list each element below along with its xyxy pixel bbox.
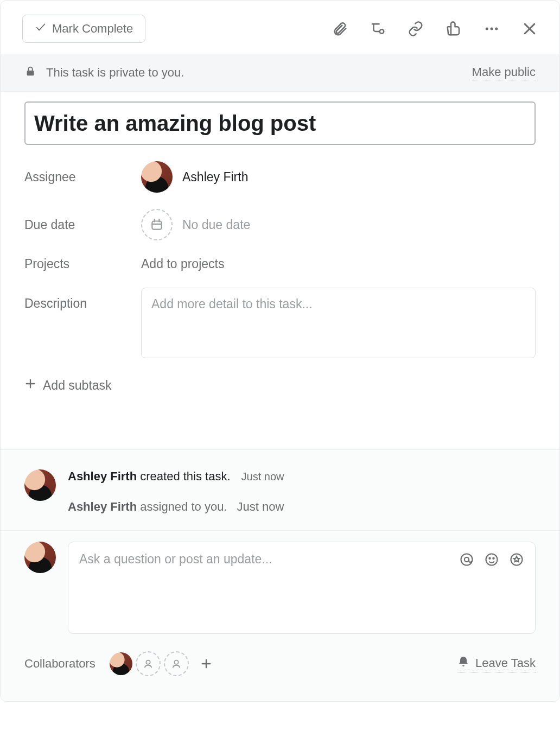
comment-icons <box>459 552 524 567</box>
comment-area: Ask a question or post an update... <box>1 530 559 634</box>
check-icon <box>35 21 47 36</box>
description-placeholder: Add more detail to this task... <box>151 297 313 311</box>
duedate-row: Due date No due date <box>24 209 536 240</box>
assignee-label: Assignee <box>24 170 141 185</box>
privacy-strip: This task is private to you. Make public <box>1 54 559 92</box>
svg-point-14 <box>464 557 469 562</box>
emoji-icon[interactable] <box>484 552 499 567</box>
svg-point-17 <box>493 558 494 559</box>
avatar <box>24 469 56 501</box>
activity-assigned-ts: Just now <box>237 500 284 514</box>
mark-complete-label: Mark Complete <box>52 22 133 36</box>
activity-assigned-name: Ashley Firth <box>68 500 137 513</box>
leave-task-label: Leave Task <box>475 656 536 670</box>
svg-point-19 <box>146 660 150 664</box>
svg-point-13 <box>461 554 473 566</box>
mark-complete-button[interactable]: Mark Complete <box>22 15 145 43</box>
assignee-value[interactable]: Ashley Firth <box>141 161 536 193</box>
svg-point-0 <box>380 29 384 34</box>
task-title-input[interactable] <box>24 101 536 145</box>
activity-section: Ashley Firth created this task. Just now… <box>1 449 559 530</box>
avatar[interactable] <box>110 652 132 675</box>
projects-row: Projects Add to projects <box>24 257 536 271</box>
make-public-link[interactable]: Make public <box>472 65 536 80</box>
projects-label: Projects <box>24 257 141 271</box>
projects-text: Add to projects <box>141 257 224 271</box>
mention-icon[interactable] <box>459 552 474 567</box>
task-toolbar: Mark Complete <box>1 1 559 54</box>
toolbar-actions <box>332 21 538 37</box>
task-body: Assignee Ashley Firth Due date No due da… <box>1 92 559 449</box>
duedate-value[interactable]: No due date <box>141 209 536 240</box>
collaborators-label: Collaborators <box>24 657 96 671</box>
svg-rect-6 <box>27 71 34 75</box>
svg-point-15 <box>486 554 498 566</box>
like-icon[interactable] <box>446 21 462 37</box>
projects-value[interactable]: Add to projects <box>141 257 536 271</box>
activity-created-suffix: created this task. <box>137 469 230 483</box>
avatar <box>141 161 173 193</box>
add-collaborator-slot[interactable] <box>136 651 161 676</box>
svg-point-1 <box>486 28 488 30</box>
assignee-name: Ashley Firth <box>182 170 248 185</box>
activity-assigned: Ashley Firth assigned to you. Just now <box>68 500 536 514</box>
task-footer: Collaborators Leave Task <box>1 634 559 701</box>
collaborators-section: Collaborators <box>24 651 215 676</box>
collaborators-stack <box>110 651 215 676</box>
svg-point-20 <box>174 660 178 664</box>
add-subtask-button[interactable]: Add subtask <box>24 378 112 393</box>
activity-created-ts: Just now <box>241 471 284 483</box>
calendar-icon <box>141 209 173 240</box>
comment-input[interactable]: Ask a question or post an update... <box>68 542 536 634</box>
activity-creator-name: Ashley Firth <box>68 469 137 483</box>
star-icon[interactable] <box>509 552 524 567</box>
activity-row: Ashley Firth created this task. Just now… <box>24 469 536 514</box>
activity-created: Ashley Firth created this task. Just now <box>68 469 536 484</box>
svg-point-2 <box>491 28 493 30</box>
avatar <box>24 542 56 573</box>
svg-rect-7 <box>152 221 161 230</box>
add-collaborator-slot[interactable] <box>164 651 189 676</box>
add-collaborator-button[interactable] <box>198 655 215 672</box>
privacy-text: This task is private to you. <box>46 66 184 80</box>
attachment-icon[interactable] <box>332 21 348 37</box>
add-subtask-label: Add subtask <box>43 378 112 393</box>
svg-point-3 <box>495 28 498 30</box>
leave-task-button[interactable]: Leave Task <box>457 655 536 672</box>
activity-assigned-suffix: assigned to you. <box>137 500 227 513</box>
svg-point-16 <box>489 558 490 559</box>
lock-icon <box>24 65 36 80</box>
description-label: Description <box>24 288 141 311</box>
subtask-icon[interactable] <box>370 21 386 37</box>
link-icon[interactable] <box>408 21 424 37</box>
duedate-label: Due date <box>24 218 141 232</box>
description-row: Description Add more detail to this task… <box>24 288 536 358</box>
description-input[interactable]: Add more detail to this task... <box>141 288 536 358</box>
duedate-text: No due date <box>182 218 250 232</box>
task-modal: Mark Complete <box>0 0 560 702</box>
privacy-left: This task is private to you. <box>24 65 184 80</box>
comment-placeholder: Ask a question or post an update... <box>79 552 272 566</box>
assignee-row: Assignee Ashley Firth <box>24 161 536 193</box>
bell-icon <box>457 655 470 671</box>
plus-icon <box>24 378 36 393</box>
more-icon[interactable] <box>483 21 500 37</box>
close-icon[interactable] <box>521 21 538 37</box>
